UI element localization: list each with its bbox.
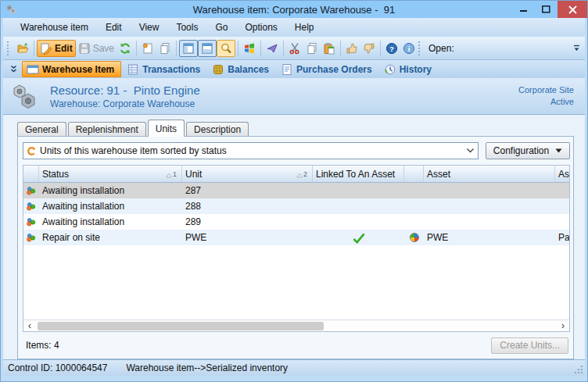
menu-tools[interactable]: Tools — [168, 20, 206, 35]
cell-asset — [424, 198, 555, 214]
help-button[interactable]: ? — [383, 41, 400, 56]
edit-button[interactable]: Edit — [37, 40, 76, 57]
paste-button[interactable] — [321, 41, 338, 56]
menu-warehouse-item[interactable]: Warehouse item — [13, 20, 96, 35]
open-folder-button[interactable] — [14, 41, 31, 56]
menu-help[interactable]: Help — [287, 20, 322, 35]
toolbar-grip — [7, 41, 11, 55]
menu-go[interactable]: Go — [207, 20, 235, 35]
menu-view[interactable]: View — [131, 20, 167, 35]
scroll-right-arrow[interactable]: › — [557, 321, 569, 331]
help-icon: ? — [385, 42, 398, 55]
new-item-button[interactable] — [139, 41, 156, 56]
cell-extra: Part — [555, 230, 569, 245]
units-tab-panel: Units of this warehouse item sorted by s… — [17, 136, 574, 359]
panel-bottom-toggle[interactable] — [198, 40, 217, 57]
windows-button[interactable] — [241, 41, 258, 56]
linked-checkmark-icon — [352, 232, 366, 244]
panel-left-toggle[interactable] — [179, 40, 198, 57]
items-count: Items: 4 — [26, 340, 59, 351]
tab-strip: General Replenishment Units Description — [17, 121, 574, 137]
cell-status: Awaiting installation — [39, 198, 182, 214]
header-label: Linked To An Asset — [316, 169, 395, 180]
collapse-chevrons-button[interactable] — [6, 64, 20, 74]
horizontal-scrollbar[interactable]: ‹ › — [23, 320, 569, 331]
header-asset-extra[interactable]: As — [555, 166, 569, 182]
header-label: Unit — [185, 169, 202, 180]
toolbar-separator — [283, 41, 284, 56]
panel-bottom-icon — [201, 42, 213, 55]
refresh-button[interactable] — [117, 41, 134, 56]
duplicate-button[interactable] — [156, 41, 174, 56]
copy-button[interactable] — [303, 41, 321, 56]
cut-button[interactable] — [286, 41, 303, 56]
cell-asset: PWE — [424, 230, 555, 245]
site-label: Corporate Site — [518, 84, 574, 96]
close-icon — [568, 5, 577, 14]
toolbar-separator — [340, 41, 341, 56]
minimize-button[interactable] — [512, 1, 535, 18]
view-selector-dropdown[interactable]: Units of this warehouse item sorted by s… — [23, 142, 479, 159]
toolbar-overflow-button[interactable] — [571, 43, 582, 53]
nav-label: History — [400, 64, 432, 75]
header-linked-to-asset[interactable]: Linked To An Asset — [313, 166, 404, 182]
edit-icon — [40, 42, 52, 55]
toolbar-separator — [380, 41, 381, 56]
unit-spheres-icon — [27, 186, 36, 196]
table-row[interactable]: Awaiting installation 288 — [23, 198, 569, 214]
resource-banner: Resource: 91 - Pinto Engine Warehouse: C… — [3, 78, 585, 115]
nav-transactions[interactable]: Transactions — [123, 61, 206, 77]
menu-options[interactable]: Options — [237, 20, 285, 35]
refresh-icon — [119, 42, 131, 55]
cell-unit: 287 — [182, 183, 313, 198]
configuration-button[interactable]: Configuration — [486, 142, 570, 159]
nav-purchase-orders[interactable]: Purchase Orders — [277, 61, 378, 77]
resource-title: Resource: 91 - Pinto Engine — [50, 84, 200, 97]
tab-general[interactable]: General — [17, 122, 66, 137]
table-row[interactable]: Awaiting installation 287 — [23, 183, 569, 198]
scrollbar-thumb[interactable] — [38, 322, 324, 330]
header-unit[interactable]: Unit 2 — [182, 166, 313, 182]
info-button[interactable]: i — [400, 41, 418, 56]
scroll-left-arrow[interactable]: ‹ — [23, 321, 36, 331]
create-units-button[interactable]: Create Units... — [491, 337, 568, 354]
open-label: Open: — [428, 43, 454, 54]
open-folder-icon — [16, 42, 29, 55]
toolbar-separator — [176, 41, 177, 56]
nav-warehouse-item[interactable]: Warehouse Item — [22, 61, 121, 77]
cell-asset-icon — [404, 214, 424, 230]
scrollbar-track[interactable] — [36, 321, 557, 331]
tab-units[interactable]: Units — [148, 120, 185, 137]
table-row[interactable]: Awaiting installation 289 — [23, 214, 569, 230]
table-row[interactable]: Repair on site PWE PWE Part — [23, 230, 569, 245]
menu-edit[interactable]: Edit — [98, 20, 130, 35]
resize-grip[interactable] — [574, 365, 583, 374]
info-icon: i — [403, 42, 415, 55]
maximize-button[interactable] — [535, 1, 558, 18]
header-asset[interactable]: Asset — [424, 166, 555, 182]
thumbs-down-icon — [363, 42, 375, 55]
nav-label: Warehouse Item — [42, 64, 114, 75]
header-asset-icon-column[interactable] — [404, 166, 424, 182]
approve-button[interactable] — [343, 41, 360, 56]
reject-button[interactable] — [360, 41, 378, 56]
nav-balances[interactable]: Balances — [208, 61, 275, 77]
table-header: Status 1 Unit 2 Linked — [23, 166, 569, 183]
tab-replenishment[interactable]: Replenishment — [68, 122, 146, 137]
header-status[interactable]: Status 1 — [39, 166, 182, 182]
close-button[interactable] — [558, 1, 587, 18]
send-icon — [266, 42, 278, 55]
nav-history[interactable]: History — [380, 61, 438, 77]
thumbs-up-icon — [346, 42, 358, 55]
panel-left-icon — [182, 42, 195, 55]
view-selector-value: Units of this warehouse item sorted by s… — [40, 145, 466, 156]
tab-description[interactable]: Description — [186, 122, 249, 137]
send-button[interactable] — [264, 41, 281, 56]
cell-linked — [313, 198, 404, 214]
cell-linked — [313, 230, 404, 245]
table-body: Awaiting installation 287 — [23, 183, 569, 320]
search-toggle[interactable] — [217, 40, 235, 57]
header-icon-column[interactable] — [23, 166, 39, 182]
new-item-icon — [142, 42, 154, 55]
save-button[interactable]: Save — [76, 41, 117, 56]
